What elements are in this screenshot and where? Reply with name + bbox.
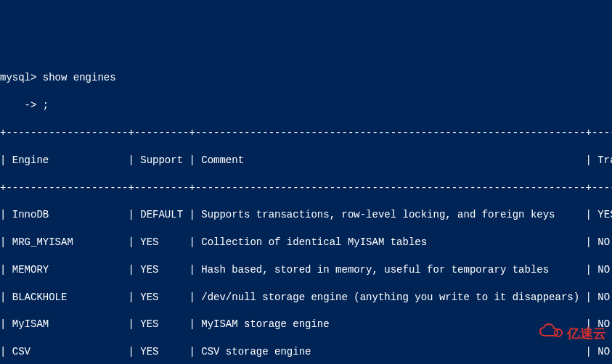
table-row: | MRG_MYISAM | YES | Collection of ident… (0, 236, 612, 249)
svg-point-0 (555, 329, 562, 336)
watermark: 亿速云 (513, 309, 606, 358)
table-separator-mid: +--------------------+---------+--------… (0, 181, 612, 195)
cloud-icon (513, 309, 564, 358)
watermark-text: 亿速云 (567, 325, 606, 342)
prompt-line: mysql> show engines (0, 71, 612, 85)
table-row: | InnoDB | DEFAULT | Supports transactio… (0, 208, 612, 222)
table-header: | Engine | Support | Comment | Transacti… (0, 154, 612, 167)
table-separator-top: +--------------------+---------+--------… (0, 126, 612, 140)
table-row: | MEMORY | YES | Hash based, stored in m… (0, 263, 612, 277)
table-row: | BLACKHOLE | YES | /dev/null storage en… (0, 291, 612, 305)
continuation-line: -> ; (0, 99, 612, 112)
